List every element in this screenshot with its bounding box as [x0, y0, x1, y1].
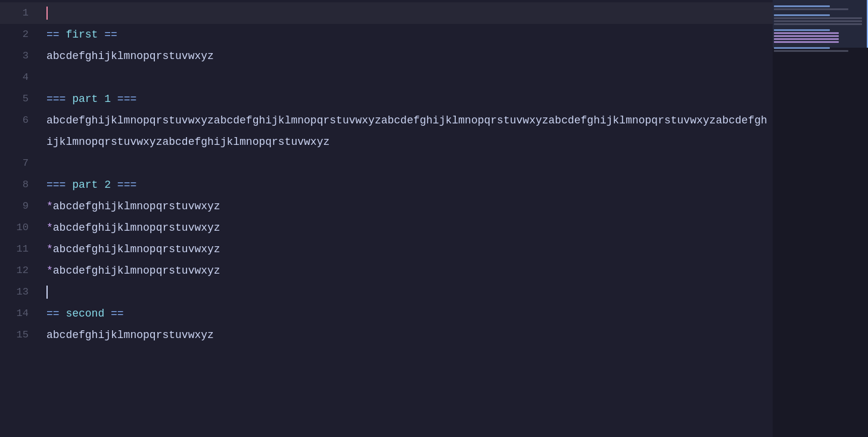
line-number-6: 6 [0, 110, 41, 131]
line-number-5: 5 [0, 88, 41, 110]
line-number-14: 14 [0, 303, 41, 324]
minimap-line [774, 11, 867, 13]
line-number-13: 13 [0, 281, 41, 303]
line-7: 7 [0, 153, 773, 174]
line-number-11: 11 [0, 238, 41, 260]
line-13: 13 [0, 281, 773, 303]
minimap-line [774, 20, 862, 22]
line-content-7 [41, 153, 773, 174]
line-2: 2 == first == [0, 24, 773, 45]
minimap-line [774, 17, 862, 19]
minimap-line [774, 14, 830, 16]
line-content-13[interactable] [41, 281, 773, 303]
minimap-line [774, 44, 867, 46]
minimap-line [774, 38, 839, 40]
code-content: 1 2 == first == 3 abcdefghijklmnopqrstuv… [0, 0, 773, 348]
minimap-line [774, 35, 839, 37]
line-number-4: 4 [0, 67, 41, 88]
minimap-line [774, 26, 867, 28]
line-9: 9 *abcdefghijklmnopqrstuvwxyz [0, 196, 773, 217]
line-15: 15 abcdefghijklmnopqrstuvwxyz [0, 324, 773, 346]
line-content-9: *abcdefghijklmnopqrstuvwxyz [41, 196, 773, 217]
line-content-12: *abcdefghijklmnopqrstuvwxyz [41, 260, 773, 281]
line-11: 11 *abcdefghijklmnopqrstuvwxyz [0, 238, 773, 260]
minimap-content [773, 0, 868, 55]
minimap-line [774, 41, 839, 43]
minimap-line [774, 29, 830, 31]
line-content-1[interactable] [41, 2, 773, 24]
minimap-line [774, 8, 848, 10]
line-14: 14 == second == [0, 303, 773, 324]
editor-area[interactable]: 1 2 == first == 3 abcdefghijklmnopqrstuv… [0, 0, 773, 437]
minimap-line [774, 5, 830, 7]
minimap-line [774, 23, 862, 25]
line-number-8: 8 [0, 174, 41, 196]
line-content-5: === part 1 === [41, 88, 773, 110]
line-content-3: abcdefghijklmnopqrstuvwxyz [41, 45, 773, 67]
line-content-2: == first == [41, 24, 773, 45]
line-number-3: 3 [0, 45, 41, 67]
minimap-line [774, 50, 848, 52]
line-content-6: abcdefghijklmnopqrstuvwxyzabcdefghijklmn… [41, 110, 773, 153]
line-10: 10 *abcdefghijklmnopqrstuvwxyz [0, 217, 773, 238]
line-content-14: == second == [41, 303, 773, 324]
minimap-line [774, 47, 830, 49]
line-6: 6 abcdefghijklmnopqrstuvwxyzabcdefghijkl… [0, 110, 773, 153]
line-number-15: 15 [0, 324, 41, 346]
line-number-10: 10 [0, 217, 41, 238]
minimap[interactable] [773, 0, 868, 437]
minimap-line [774, 2, 867, 4]
line-number-2: 2 [0, 24, 41, 45]
line-number-1: 1 [0, 2, 41, 24]
minimap-line [774, 32, 839, 34]
line-content-4 [41, 67, 773, 88]
line-3: 3 abcdefghijklmnopqrstuvwxyz [0, 45, 773, 67]
line-content-8: === part 2 === [41, 174, 773, 196]
line-1: 1 [0, 2, 773, 24]
line-number-9: 9 [0, 196, 41, 217]
line-number-12: 12 [0, 260, 41, 281]
line-content-15: abcdefghijklmnopqrstuvwxyz [41, 324, 773, 346]
line-5: 5 === part 1 === [0, 88, 773, 110]
line-number-7: 7 [0, 153, 41, 174]
line-12: 12 *abcdefghijklmnopqrstuvwxyz [0, 260, 773, 281]
line-content-10: *abcdefghijklmnopqrstuvwxyz [41, 217, 773, 238]
line-8: 8 === part 2 === [0, 174, 773, 196]
line-content-11: *abcdefghijklmnopqrstuvwxyz [41, 238, 773, 260]
line-4: 4 [0, 67, 773, 88]
